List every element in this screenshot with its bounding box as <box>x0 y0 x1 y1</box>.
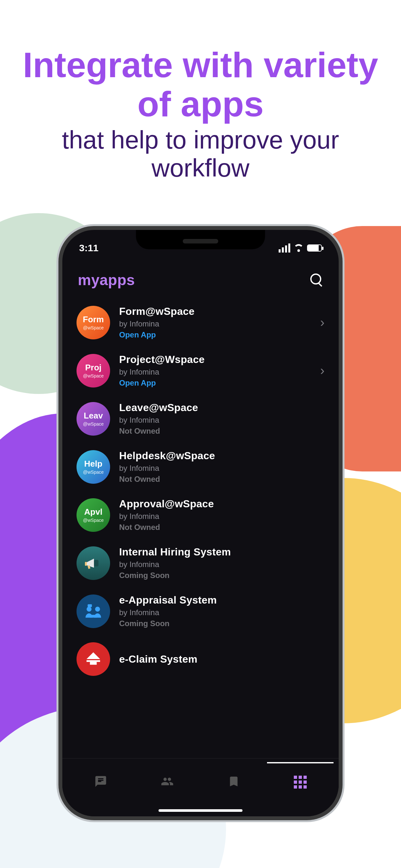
app-badge: Apvl@wSpace <box>76 498 110 532</box>
app-badge-sub: @wSpace <box>83 518 104 523</box>
page-title: myapps <box>78 271 135 289</box>
phone-frame: 3:11 myapps Form@wSpaceForm@wSpaceby Inf… <box>58 226 343 820</box>
app-author: by Infomina <box>119 512 325 521</box>
app-badge-sub: @wSpace <box>83 373 104 378</box>
app-title: Helpdesk@wSpace <box>119 450 325 462</box>
app-title: Internal Hiring System <box>119 546 325 558</box>
phone-notch <box>136 230 265 249</box>
app-author: by Infomina <box>119 560 325 569</box>
svg-rect-8 <box>90 662 97 665</box>
status-time: 3:11 <box>79 243 98 253</box>
app-badge-short: Form <box>83 314 104 324</box>
app-badge-short: Apvl <box>84 507 102 517</box>
svg-marker-0 <box>86 559 94 568</box>
app-author: by Infomina <box>119 464 325 473</box>
nav-people[interactable] <box>134 762 201 801</box>
home-indicator <box>158 809 243 812</box>
app-badge <box>76 547 110 580</box>
app-list[interactable]: Form@wSpaceForm@wSpaceby InfominaOpen Ap… <box>62 292 339 770</box>
app-badge-sub: @wSpace <box>83 422 104 427</box>
bottom-nav <box>62 758 339 816</box>
battery-icon <box>307 244 322 252</box>
app-status: Not Owned <box>119 523 325 532</box>
nav-apps[interactable] <box>267 762 334 801</box>
app-badge: Proj@wSpace <box>76 354 110 388</box>
signal-icon <box>279 244 290 252</box>
app-list-item[interactable]: Internal Hiring Systemby InfominaComing … <box>73 539 328 587</box>
app-status[interactable]: Open App <box>119 378 311 388</box>
app-author: by Infomina <box>119 608 325 617</box>
nav-chat[interactable] <box>67 762 134 801</box>
svg-rect-7 <box>87 660 100 662</box>
app-badge <box>76 594 110 628</box>
app-author: by Infomina <box>119 368 311 376</box>
grid-icon <box>294 776 307 788</box>
app-badge <box>76 642 110 676</box>
app-badge: Help@wSpace <box>76 450 110 484</box>
chevron-right-icon[interactable]: › <box>320 363 325 378</box>
app-badge-sub: @wSpace <box>83 325 104 330</box>
app-title: Leave@wSpace <box>119 402 325 414</box>
app-status: Not Owned <box>119 427 325 436</box>
wifi-icon <box>294 244 304 252</box>
app-list-item[interactable]: Help@wSpaceHelpdesk@wSpaceby InfominaNot… <box>73 443 328 491</box>
svg-point-4 <box>95 607 100 611</box>
chevron-right-icon[interactable]: › <box>320 315 325 330</box>
app-badge-sub: @wSpace <box>83 469 104 475</box>
app-title: e-Claim System <box>119 653 325 665</box>
app-status: Not Owned <box>119 475 325 484</box>
hero-subtitle: that help to improve your workflow <box>19 126 382 182</box>
app-badge-short: Help <box>84 459 102 469</box>
app-title: Project@Wspace <box>119 353 311 366</box>
search-icon[interactable] <box>310 274 323 286</box>
app-badge: Leav@wSpace <box>76 402 110 436</box>
app-list-item[interactable]: Apvl@wSpaceApproval@wSpaceby InfominaNot… <box>73 491 328 539</box>
app-list-item[interactable]: e-Appraisal Systemby InfominaComing Soon <box>73 587 328 635</box>
svg-rect-2 <box>85 562 87 566</box>
app-badge: Form@wSpace <box>76 306 110 339</box>
app-status: Coming Soon <box>119 571 325 580</box>
hero-title: Integrate with variety of apps <box>19 45 382 123</box>
app-author: by Infomina <box>119 415 325 425</box>
app-list-item[interactable]: Proj@wSpaceProject@Wspaceby InfominaOpen… <box>73 346 328 395</box>
nav-bookmark[interactable] <box>201 762 267 801</box>
app-list-item[interactable]: Form@wSpaceForm@wSpaceby InfominaOpen Ap… <box>73 299 328 346</box>
svg-rect-5 <box>90 615 97 617</box>
svg-rect-1 <box>94 560 98 566</box>
app-status[interactable]: Open App <box>119 330 311 339</box>
app-title: Form@wSpace <box>119 306 311 317</box>
app-list-item[interactable]: e-Claim System <box>73 635 328 683</box>
app-title: e-Appraisal System <box>119 594 325 606</box>
app-badge-short: Leav <box>84 411 103 421</box>
svg-rect-6 <box>88 604 92 607</box>
app-author: by Infomina <box>119 319 311 329</box>
app-status: Coming Soon <box>119 619 325 628</box>
app-title: Approval@wSpace <box>119 498 325 510</box>
app-badge-short: Proj <box>85 363 102 373</box>
app-list-item[interactable]: Leav@wSpaceLeave@wSpaceby InfominaNot Ow… <box>73 395 328 443</box>
svg-point-3 <box>87 607 91 611</box>
